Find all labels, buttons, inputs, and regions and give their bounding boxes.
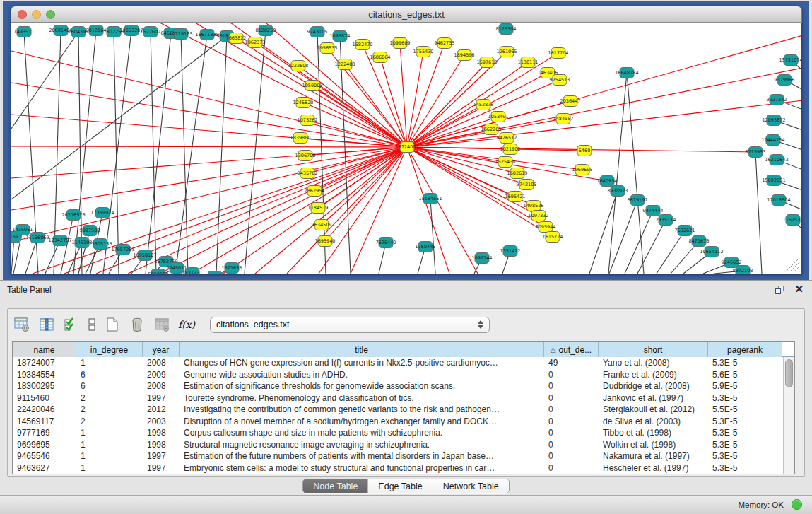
graph-edge-red[interactable] <box>11 146 407 147</box>
graph-node[interactable]: 20206576 <box>61 210 85 221</box>
graph-node[interactable]: 1021902 <box>500 144 521 155</box>
graph-edge-red[interactable] <box>407 147 582 170</box>
graph-edge-red[interactable] <box>255 147 407 274</box>
graph-edge-red[interactable] <box>407 43 445 147</box>
graph-edge[interactable] <box>175 35 207 274</box>
graph-node[interactable]: 16210643 <box>765 155 788 165</box>
graph-node[interactable]: 9743105 <box>307 27 328 37</box>
column-select-button[interactable] <box>37 315 57 334</box>
graph-node[interactable]: 2036447 <box>560 96 581 107</box>
graph-edge-red[interactable] <box>33 147 407 274</box>
table-row[interactable]: 1830029562008Estimation of significance … <box>13 380 794 392</box>
table-row[interactable]: 946554611997Estimation of the future num… <box>13 450 794 462</box>
graph-edge[interactable] <box>625 211 653 274</box>
graph-node[interactable]: 6679197 <box>628 195 648 206</box>
row-height-button[interactable] <box>86 315 98 334</box>
canvas-resize-grip[interactable] <box>790 263 799 271</box>
graph-node[interactable]: 1053491 <box>488 112 509 122</box>
column-header-pagerank[interactable]: pagerank <box>708 342 782 357</box>
graph-edge[interactable] <box>589 191 618 274</box>
graph-edge-red[interactable] <box>407 80 560 147</box>
graph-node[interactable]: 8215953 <box>746 147 766 158</box>
table-settings-button[interactable] <box>12 315 32 334</box>
table-row[interactable]: 1872400712008Changes of HCN gene express… <box>13 357 794 369</box>
graph-node[interactable]: 1099244 <box>472 253 493 264</box>
graph-edge[interactable] <box>11 36 227 199</box>
graph-node[interactable]: 12342757 <box>48 235 71 246</box>
graph-node[interactable]: 1686864 <box>370 52 391 63</box>
column-header-out_de[interactable]: △out_de... <box>544 342 599 357</box>
column-header-name[interactable]: name <box>13 342 76 357</box>
table-row[interactable]: 969969511998Structural magnetic resonanc… <box>13 439 794 451</box>
graph-node[interactable]: 1894596 <box>454 50 475 61</box>
graph-edge-red[interactable] <box>11 83 407 147</box>
graph-node[interactable]: 8128250 <box>256 25 276 36</box>
graph-edge-red[interactable] <box>345 64 407 147</box>
graph-edge[interactable] <box>609 200 637 274</box>
graph-node[interactable]: 1640954 <box>597 176 618 187</box>
graph-node[interactable]: 5059150 <box>148 269 169 275</box>
graph-node[interactable]: 15692951 <box>762 175 785 186</box>
graph-node[interactable]: 9227342 <box>767 95 787 105</box>
graph-node[interactable]: 1306700 <box>295 151 316 161</box>
graph-node[interactable]: 1099609 <box>390 38 411 49</box>
graph-edge[interactable] <box>627 73 644 274</box>
graph-node[interactable]: 1956535 <box>317 43 338 54</box>
graph-node[interactable]: 9474444 <box>643 206 664 216</box>
graph-edge[interactable] <box>340 36 351 274</box>
graph-node[interactable]: 12444154 <box>761 135 784 146</box>
tab-node-table[interactable]: Node Table <box>303 479 368 493</box>
graph-node[interactable]: 1167533 <box>783 215 802 226</box>
column-header-short[interactable]: short <box>599 342 708 357</box>
graph-node[interactable]: 2935114 <box>656 215 676 226</box>
graph-node[interactable]: 1493571 <box>14 27 35 37</box>
graph-edge[interactable] <box>216 36 227 274</box>
graph-node[interactable]: 10654112 <box>700 247 723 257</box>
table-row[interactable]: 946362711997Embryonic stem cells: a mode… <box>13 462 794 474</box>
table-row[interactable]: 911546021997Tourette syndrome. Phenomeno… <box>13 392 794 404</box>
table-selector-dropdown[interactable]: citations_edges.txt <box>210 317 490 333</box>
graph-node[interactable]: 1527602 <box>141 27 161 37</box>
canvas-resize-grip[interactable] <box>794 267 799 271</box>
graph-edge[interactable] <box>103 30 131 274</box>
graph-node[interactable]: 9462735 <box>435 38 455 49</box>
tab-network-table[interactable]: Network Table <box>433 479 509 493</box>
graph-node[interactable]: 9742105 <box>517 180 537 190</box>
close-panel-button[interactable]: ✕ <box>794 284 804 295</box>
graph-edge-red[interactable] <box>400 43 407 147</box>
graph-edge[interactable] <box>151 32 156 274</box>
graph-node[interactable]: 1969695 <box>572 165 593 175</box>
graph-edge[interactable] <box>657 230 685 274</box>
delete-rows-button[interactable] <box>127 315 147 334</box>
graph-node[interactable]: 8125304 <box>496 24 517 35</box>
network-view[interactable]: 1872400714935712069140616043999012164180… <box>11 23 802 274</box>
graph-node[interactable]: 8471676 <box>689 236 710 247</box>
graph-edge[interactable] <box>146 33 171 274</box>
graph-edge-red[interactable] <box>407 147 553 237</box>
row-select-button[interactable] <box>61 315 81 334</box>
table-row[interactable]: 1456911722003Disruption of a novel membe… <box>13 416 794 428</box>
graph-node[interactable]: 16958107 <box>133 250 156 261</box>
graph-node[interactable]: 1615724 <box>543 232 563 243</box>
graph-node[interactable]: 1597615 <box>477 57 498 68</box>
graph-node[interactable]: 1839880 <box>290 133 311 144</box>
graph-edge-red[interactable] <box>287 147 407 274</box>
graph-edge-red[interactable] <box>303 103 407 147</box>
window-titlebar[interactable]: citations_edges.txt <box>11 6 802 23</box>
graph-node[interactable]: 1760445 <box>416 242 436 252</box>
graph-node[interactable]: 7632621 <box>675 226 695 236</box>
graph-node[interactable]: 1695940 <box>315 236 336 247</box>
graph-edge[interactable] <box>430 199 435 274</box>
table-row[interactable]: 1938455462009Genome-wide association stu… <box>13 369 794 381</box>
graph-node[interactable]: 15751074 <box>779 55 802 66</box>
graph-edge-red[interactable] <box>319 147 407 274</box>
graph-node[interactable]: 1184519 <box>308 203 329 214</box>
graph-edge-red[interactable] <box>160 147 407 274</box>
table-row[interactable]: 2242004622012Investigating the contribut… <box>13 404 794 416</box>
graph-edge[interactable] <box>11 32 78 129</box>
table-row[interactable]: 977716911998Corpus callosum shape and si… <box>13 427 794 439</box>
delete-table-button[interactable] <box>152 315 172 334</box>
graph-node[interactable]: 8938923 <box>608 186 628 197</box>
graph-node[interactable]: 5460 <box>577 146 592 156</box>
graph-node[interactable]: 16648784 <box>615 68 638 78</box>
